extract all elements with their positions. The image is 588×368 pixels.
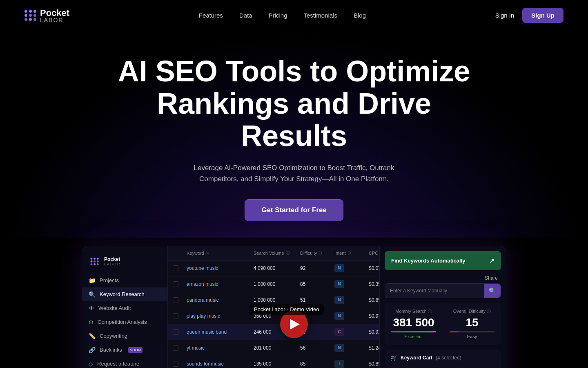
row-checkbox[interactable] — [173, 281, 178, 287]
volume-cell: 1 000 000 — [254, 281, 298, 287]
nav-testimonials[interactable]: Testimonials — [303, 12, 337, 19]
monthly-search-quality: Excellent — [391, 334, 436, 339]
cta-button[interactable]: Get Started for Free — [245, 199, 343, 221]
play-triangle-icon — [290, 319, 300, 330]
sidebar-item-competition[interactable]: ⊙ Competition Analysis — [82, 315, 167, 329]
sidebar-logo: Pocket LABOR — [82, 253, 167, 274]
row-checkbox[interactable] — [173, 297, 178, 303]
th-difficulty[interactable]: Difficulty ⊟ — [300, 251, 333, 256]
logo: Pocket LABOR — [24, 8, 69, 23]
cpc-cell: $0.91 — [369, 329, 379, 335]
keyword-cell[interactable]: queen music band — [187, 329, 252, 335]
table-row: queen music band 246 000 38 C $0.91 None — [168, 324, 379, 340]
sidebar-item-keyword-research[interactable]: 🔍 Keyword Research — [82, 287, 167, 301]
monthly-search-bar — [391, 331, 436, 332]
difficulty-cell: 51 — [300, 297, 333, 303]
competition-icon: ⊙ — [89, 319, 94, 325]
row-checkbox[interactable] — [173, 265, 178, 271]
cpc-cell: $1.24 — [369, 345, 379, 351]
intent-badge: N — [334, 344, 344, 352]
cpc-cell: $0.07 — [369, 265, 379, 271]
sidebar-item-copywriting[interactable]: ✏️ Copywriting — [82, 329, 167, 343]
row-checkbox[interactable] — [173, 313, 178, 319]
th-intent[interactable]: Intent ⊟ — [334, 251, 367, 256]
sign-up-button[interactable]: Sign Up — [522, 8, 564, 23]
keyword-cell[interactable]: pandora music — [187, 297, 252, 303]
copywriting-icon: ✏️ — [89, 333, 96, 339]
demo-title: Pocket Labor - Demo Video — [249, 304, 324, 315]
sidebar-item-projects[interactable]: 📁 Projects — [82, 274, 167, 287]
monthly-search-label: Monthly Search ⓘ — [391, 309, 436, 314]
difficulty-cell: 56 — [300, 345, 333, 351]
nav-pricing[interactable]: Pricing — [269, 12, 287, 19]
backlinks-icon: 🔗 — [89, 347, 96, 353]
row-checkbox[interactable] — [173, 345, 178, 351]
cpc-cell: $0.97 — [369, 313, 379, 319]
intent-badge: N — [334, 296, 344, 304]
nav-features[interactable]: Features — [199, 12, 223, 19]
nav-data[interactable]: Data — [239, 12, 252, 19]
table-row: sounds for music 135 000 85 I $0.85 soun… — [168, 356, 379, 368]
volume-cell: 201 000 — [254, 345, 298, 351]
volume-cell: 135 000 — [254, 361, 298, 367]
table-header: Keyword ⇅ Search Volume ⓘ Difficulty ⊟ I… — [168, 246, 379, 260]
sidebar-item-backlinks[interactable]: 🔗 Backlinks SOON — [82, 343, 167, 357]
filter-icon: ⊟ — [318, 251, 322, 255]
nav-blog[interactable]: Blog — [354, 12, 366, 19]
keyword-cell[interactable]: amazon music — [187, 281, 252, 287]
difficulty-cell: 85 — [300, 361, 333, 367]
find-keywords-button[interactable]: Find Keywords Automatically ↗ — [385, 251, 501, 270]
stats-row: Monthly Search ⓘ 381 500 Excellent Overa… — [385, 303, 501, 345]
keyword-cart: 🛒 Keyword Cart (4 selected) i relaxing w… — [385, 350, 501, 368]
cart-item: i relaxing with music Volume: 110000 Dif… — [385, 366, 501, 368]
hero-title: AI SEO Tools to Optimize Rankings and Dr… — [110, 55, 478, 153]
keyword-cell[interactable]: sounds for music — [187, 361, 252, 367]
monthly-search-value: 381 500 — [391, 316, 436, 329]
sidebar-item-website-audit[interactable]: 👁 Website Audit — [82, 301, 167, 315]
sign-in-link[interactable]: Sign In — [495, 12, 514, 19]
keyword-cell[interactable]: play play music — [187, 313, 252, 319]
table-row: amazon music 1 000 000 85 N $0.35 None — [168, 276, 379, 292]
cart-header: 🛒 Keyword Cart (4 selected) — [385, 350, 501, 366]
keyword-input-container: 🔍 — [385, 283, 501, 298]
intent-badge: N — [334, 264, 344, 272]
cart-icon: 🛒 — [390, 355, 397, 361]
keyword-cell[interactable]: youtube music — [187, 265, 252, 271]
th-cpc[interactable]: CPC ⊟ — [369, 251, 379, 256]
row-checkbox[interactable] — [173, 329, 178, 335]
hero-section: AI SEO Tools to Optimize Rankings and Dr… — [0, 31, 588, 238]
nav-actions: Sign In Sign Up — [495, 8, 564, 23]
monthly-search-card: Monthly Search ⓘ 381 500 Excellent — [385, 303, 443, 345]
sidebar-item-request[interactable]: ◇ Request a feature — [82, 357, 167, 368]
cart-count: (4 selected) — [436, 355, 461, 361]
search-icon: 🔍 — [89, 291, 96, 298]
keyword-cell[interactable]: yt music — [187, 345, 252, 351]
th-keyword[interactable]: Keyword ⇅ — [187, 251, 252, 256]
filter-icon-2: ⊟ — [347, 251, 351, 255]
keyword-search-button[interactable]: 🔍 — [484, 284, 501, 298]
keyword-input[interactable] — [385, 284, 484, 297]
volume-cell: 4 090 000 — [254, 265, 298, 271]
intent-badge: N — [334, 312, 344, 320]
cpc-cell: $0.85 — [369, 361, 379, 367]
difficulty-quality: Easy — [450, 334, 494, 339]
info-icon: ⓘ — [286, 250, 290, 256]
share-label: Share — [380, 275, 506, 283]
intent-badge: I — [334, 360, 344, 368]
nav-links: Features Data Pricing Testimonials Blog — [199, 12, 366, 19]
share-icon: ↗ — [489, 257, 494, 265]
difficulty-cell: 85 — [300, 281, 333, 287]
difficulty-bar — [450, 331, 494, 332]
table-row: youtube music 4 090 000 92 N $0.07 None — [168, 260, 379, 276]
difficulty-value: 15 — [450, 316, 494, 329]
cpc-cell: $0.85 — [369, 297, 379, 303]
intent-badge: C — [334, 328, 344, 336]
row-checkbox[interactable] — [173, 361, 178, 367]
brand-name: Pocket LABOR — [40, 8, 69, 23]
difficulty-label: Overall Difficulty ⓘ — [450, 309, 494, 314]
right-panel: Find Keywords Automatically ↗ Share 🔍 Mo… — [379, 246, 506, 368]
demo-container: Pocket LABOR 📁 Projects 🔍 Keyword Resear… — [82, 246, 506, 368]
th-search-volume[interactable]: Search Volume ⓘ — [254, 250, 298, 256]
volume-cell: 1 000 000 — [254, 297, 298, 303]
demo-section: Pocket LABOR 📁 Projects 🔍 Keyword Resear… — [0, 238, 588, 368]
